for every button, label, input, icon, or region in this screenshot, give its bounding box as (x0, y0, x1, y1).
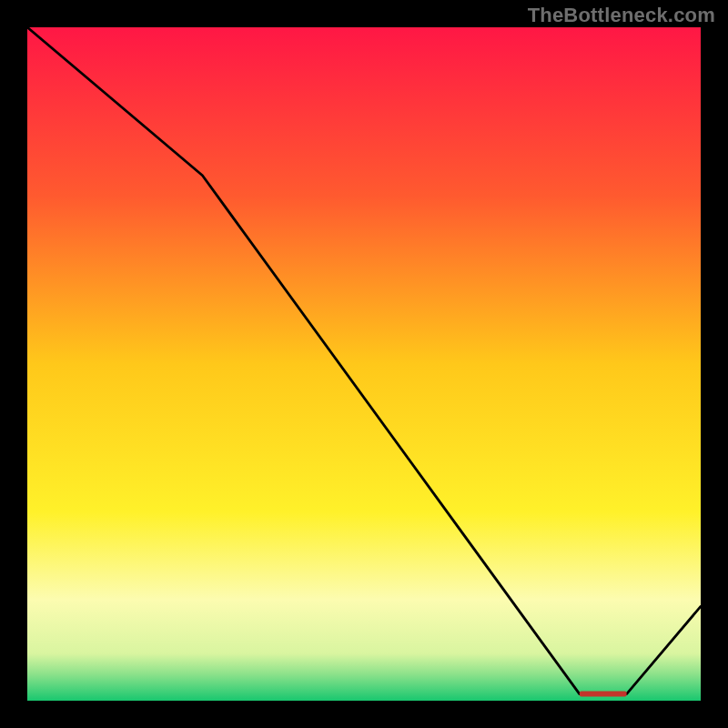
plot-frame (27, 27, 701, 701)
chart-root: TheBottleneck.com (0, 0, 728, 728)
watermark-text: TheBottleneck.com (528, 4, 715, 27)
plot-gradient-bg (27, 27, 701, 701)
